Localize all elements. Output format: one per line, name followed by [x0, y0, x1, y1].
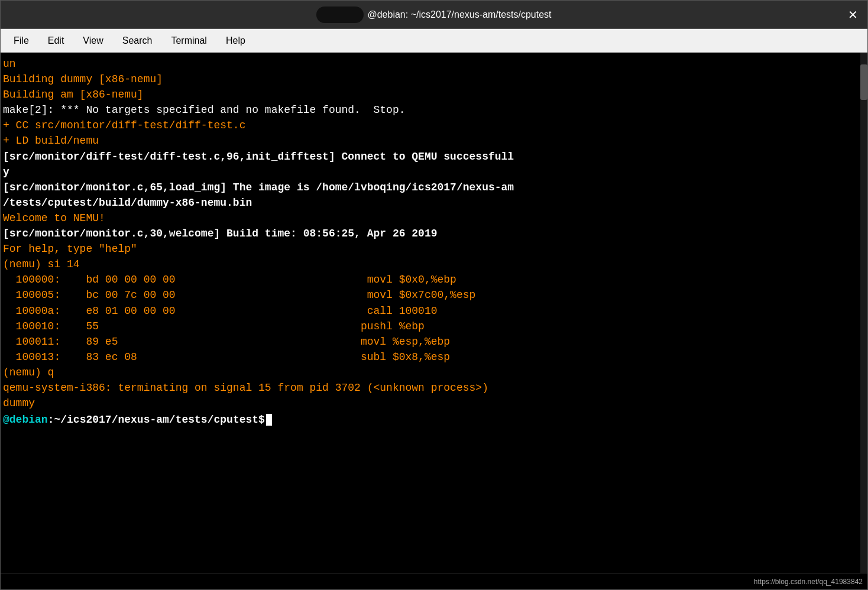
terminal-line: un — [3, 56, 865, 72]
menu-search[interactable]: Search — [114, 33, 161, 48]
terminal-window: @debian: ~/ics2017/nexus-am/tests/cputes… — [0, 0, 868, 590]
terminal-line: (nemu) si 14 — [3, 257, 865, 272]
terminal-line: 100000: bd 00 00 00 00 movl $0x0,%ebp — [3, 272, 865, 287]
menu-help[interactable]: Help — [218, 33, 254, 48]
terminal-line: Building am [x86-nemu] — [3, 87, 865, 102]
terminal-line: 100005: bc 00 7c 00 00 movl $0x7c00,%esp — [3, 287, 865, 303]
menu-file[interactable]: File — [5, 33, 37, 48]
terminal-line: (nemu) q — [3, 365, 865, 380]
status-url: https://blog.csdn.net/qq_41983842 — [754, 578, 863, 586]
prompt-line: @debian :~/ics2017/nexus-am/tests/cputes… — [3, 412, 865, 427]
terminal-line: 100011: 89 e5 movl %esp,%ebp — [3, 334, 865, 349]
terminal-line: + LD build/nemu — [3, 133, 865, 148]
terminal-line: [src/monitor/diff-test/diff-test.c,96,in… — [3, 149, 865, 164]
terminal-line: make[2]: *** No targets specified and no… — [3, 102, 865, 118]
terminal-line: 100010: 55 pushl %ebp — [3, 319, 865, 334]
title-bar: @debian: ~/ics2017/nexus-am/tests/cputes… — [1, 1, 867, 29]
prompt-symbol: $ — [258, 412, 265, 427]
scrollbar-thumb[interactable] — [860, 64, 867, 100]
terminal-line: dummy — [3, 396, 865, 411]
cursor — [266, 414, 272, 426]
menu-terminal[interactable]: Terminal — [163, 33, 215, 48]
terminal-line: 100013: 83 ec 08 subl $0x8,%esp — [3, 349, 865, 365]
terminal-output[interactable]: unBuilding dummy [x86-nemu]Building am [… — [1, 53, 867, 573]
terminal-line: y — [3, 164, 865, 180]
terminal-content: unBuilding dummy [x86-nemu]Building am [… — [3, 56, 865, 411]
terminal-line: 10000a: e8 01 00 00 00 call 100010 — [3, 303, 865, 319]
prompt-path: :~/ics2017/nexus-am/tests/cputest — [48, 412, 258, 427]
terminal-line: Building dummy [x86-nemu] — [3, 72, 865, 87]
terminal-line: [src/monitor/monitor.c,30,welcome] Build… — [3, 226, 865, 241]
menu-view[interactable]: View — [75, 33, 111, 48]
terminal-line: [src/monitor/monitor.c,65,load_img] The … — [3, 180, 865, 195]
window-title: @debian: ~/ics2017/nexus-am/tests/cputes… — [367, 9, 551, 20]
close-button[interactable]: ✕ — [848, 8, 858, 22]
terminal-line: + CC src/monitor/diff-test/diff-test.c — [3, 118, 865, 133]
menu-edit[interactable]: Edit — [40, 33, 73, 48]
status-bar: https://blog.csdn.net/qq_41983842 — [1, 573, 867, 589]
terminal-line: qemu-system-i386: terminating on signal … — [3, 380, 865, 396]
prompt-user: @debian — [3, 412, 48, 427]
terminal-line: For help, type "help" — [3, 241, 865, 257]
terminal-line: Welcome to NEMU! — [3, 210, 865, 226]
terminal-line: /tests/cputest/build/dummy-x86-nemu.bin — [3, 195, 865, 210]
menu-bar: File Edit View Search Terminal Help — [1, 29, 867, 53]
avatar — [316, 7, 364, 23]
scrollbar[interactable] — [860, 53, 867, 573]
